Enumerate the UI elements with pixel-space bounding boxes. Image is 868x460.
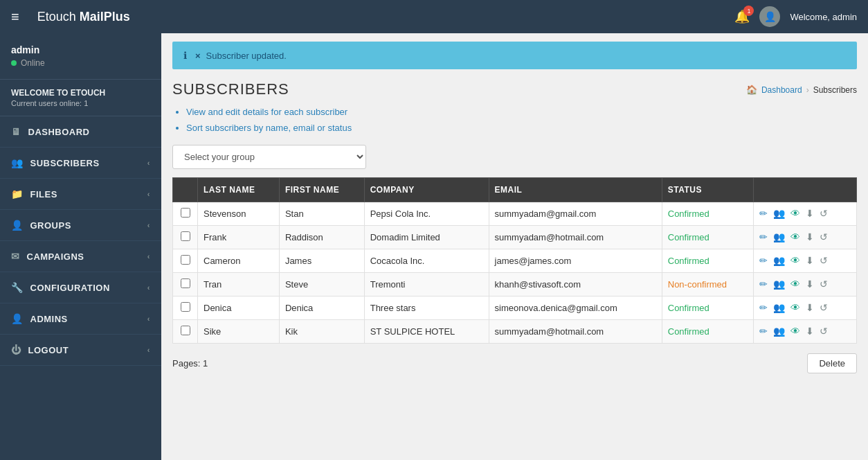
checkbox-5[interactable] <box>181 326 190 335</box>
row-lastname-2: Cameron <box>198 249 280 272</box>
sidebar-label-admins: ADMINS <box>30 314 68 324</box>
breadcrumb-separator: › <box>806 85 809 95</box>
pages-label: Pages: 1 <box>172 358 208 369</box>
delete-button[interactable]: Delete <box>807 353 857 373</box>
reset-icon-0[interactable]: ↺ <box>820 208 828 219</box>
row-company-4: Three stars <box>364 296 489 319</box>
sidebar-item-left-dashboard: 🖥 DASHBOARD <box>11 126 90 137</box>
col-company[interactable]: COMPANY <box>364 177 489 202</box>
sidebar-label-groups: GROUPS <box>30 220 71 231</box>
view-icon-4[interactable]: 👁 <box>790 302 800 313</box>
row-email-5: summyadam@hotmail.com <box>489 319 662 343</box>
reset-icon-1[interactable]: ↺ <box>820 231 828 242</box>
user-add-icon-2[interactable]: 👥 <box>773 255 785 266</box>
reset-icon-4[interactable]: ↺ <box>820 302 828 313</box>
user-add-icon-0[interactable]: 👥 <box>773 208 785 219</box>
notification-bell[interactable]: 🔔 1 <box>734 9 750 24</box>
checkbox-4[interactable] <box>181 302 190 312</box>
view-icon-3[interactable]: 👁 <box>790 278 800 290</box>
col-status[interactable]: STATUS <box>662 177 753 202</box>
checkbox-1[interactable] <box>181 231 190 241</box>
sidebar-label-subscribers: SUBSCRIBERS <box>30 158 100 168</box>
row-checkbox-1[interactable] <box>173 225 198 249</box>
edit-icon-5[interactable]: ✏ <box>759 326 768 337</box>
row-status-1: Confirmed <box>662 225 753 249</box>
sidebar-item-dashboard[interactable]: 🖥 DASHBOARD <box>0 116 161 148</box>
breadcrumb-dashboard-link[interactable]: Dashboard <box>761 85 802 95</box>
sidebar-nav: 🖥 DASHBOARD 👥 SUBSCRIBERS ‹ 📁 FILES ‹ 👤 … <box>0 116 161 460</box>
reset-icon-3[interactable]: ↺ <box>820 278 828 290</box>
row-status-2: Confirmed <box>662 249 753 272</box>
hamburger-icon[interactable]: ≡ <box>11 9 19 25</box>
sidebar-welcome-title: WELCOME TO ETOUCH <box>11 88 150 98</box>
row-email-1: summyadam@hotmail.com <box>489 225 662 249</box>
sidebar-item-configuration[interactable]: 🔧 CONFIGURATION ‹ <box>0 272 161 303</box>
download-icon-5[interactable]: ⬇ <box>806 326 814 337</box>
sidebar-item-logout[interactable]: ⏻ LOGOUT ‹ <box>0 335 161 366</box>
online-dot <box>11 60 17 66</box>
row-company-2: Cocacola Inc. <box>364 249 489 272</box>
row-checkbox-2[interactable] <box>173 249 198 272</box>
sidebar-user: admin Online <box>0 33 161 80</box>
subscribers-table: LAST NAME FIRST NAME COMPANY EMAIL STATU… <box>172 177 857 344</box>
online-status: Online <box>11 58 150 68</box>
reset-icon-5[interactable]: ↺ <box>820 326 828 337</box>
group-select[interactable]: Select your group <box>172 145 366 169</box>
download-icon-2[interactable]: ⬇ <box>806 255 814 266</box>
sidebar-item-groups[interactable]: 👤 GROUPS ‹ <box>0 210 161 241</box>
table-row: Stevenson Stan Pepsi Cola Inc. summyadam… <box>173 202 857 225</box>
chevron-icon-subscribers: ‹ <box>147 159 150 167</box>
reset-icon-2[interactable]: ↺ <box>820 255 828 266</box>
sidebar-label-configuration: CONFIGURATION <box>30 283 110 293</box>
edit-icon-4[interactable]: ✏ <box>759 302 768 313</box>
brand: ≡ Etouch MailPlus <box>11 9 734 25</box>
view-icon-1[interactable]: 👁 <box>790 231 800 242</box>
bullet-item: Sort subscribers by name, email or statu… <box>186 120 857 136</box>
col-email[interactable]: EMAIL <box>489 177 662 202</box>
avatar: 👤 <box>759 6 780 27</box>
info-bullets: View and edit details for each subscribe… <box>161 104 868 145</box>
chevron-icon-campaigns: ‹ <box>147 252 150 260</box>
view-icon-2[interactable]: 👁 <box>790 255 800 266</box>
chevron-icon-logout: ‹ <box>147 346 150 354</box>
sidebar-item-files[interactable]: 📁 FILES ‹ <box>0 179 161 210</box>
download-icon-1[interactable]: ⬇ <box>806 231 814 242</box>
row-checkbox-0[interactable] <box>173 202 198 225</box>
edit-icon-1[interactable]: ✏ <box>759 231 768 242</box>
page-title: SUBSCRIBERS <box>172 80 289 98</box>
col-last-name[interactable]: LAST NAME <box>198 177 280 202</box>
sidebar-item-subscribers[interactable]: 👥 SUBSCRIBERS ‹ <box>0 148 161 179</box>
row-checkbox-5[interactable] <box>173 319 198 343</box>
sidebar-item-admins[interactable]: 👤 ADMINS ‹ <box>0 303 161 335</box>
download-icon-4[interactable]: ⬇ <box>806 302 814 313</box>
sidebar-item-campaigns[interactable]: ✉ CAMPAIGNS ‹ <box>0 241 161 272</box>
checkbox-0[interactable] <box>181 208 190 218</box>
user-add-icon-1[interactable]: 👥 <box>773 231 785 242</box>
download-icon-0[interactable]: ⬇ <box>806 208 814 219</box>
sidebar-icon-admins: 👤 <box>11 313 24 324</box>
col-actions <box>753 177 857 202</box>
sidebar-icon-groups: 👤 <box>11 220 24 231</box>
checkbox-2[interactable] <box>181 255 190 265</box>
edit-icon-3[interactable]: ✏ <box>759 278 768 290</box>
edit-icon-2[interactable]: ✏ <box>759 255 768 266</box>
chevron-icon-admins: ‹ <box>147 315 150 323</box>
checkbox-3[interactable] <box>181 278 190 288</box>
row-status-3: Non-confirmed <box>662 272 753 296</box>
user-add-icon-5[interactable]: 👥 <box>773 326 785 337</box>
view-icon-0[interactable]: 👁 <box>790 208 800 219</box>
view-icon-5[interactable]: 👁 <box>790 326 800 337</box>
download-icon-3[interactable]: ⬇ <box>806 278 814 290</box>
row-checkbox-4[interactable] <box>173 296 198 319</box>
sidebar: admin Online WELCOME TO ETOUCH Current u… <box>0 33 161 460</box>
user-add-icon-4[interactable]: 👥 <box>773 302 785 313</box>
table-footer: Pages: 1 Delete <box>161 344 868 383</box>
sidebar-label-files: FILES <box>30 189 57 200</box>
edit-icon-0[interactable]: ✏ <box>759 208 768 219</box>
col-first-name[interactable]: FIRST NAME <box>279 177 364 202</box>
row-checkbox-3[interactable] <box>173 272 198 296</box>
row-company-1: Domadim Limited <box>364 225 489 249</box>
alert-close-button[interactable]: × <box>195 51 201 61</box>
row-lastname-3: Tran <box>198 272 280 296</box>
user-add-icon-3[interactable]: 👥 <box>773 278 785 290</box>
